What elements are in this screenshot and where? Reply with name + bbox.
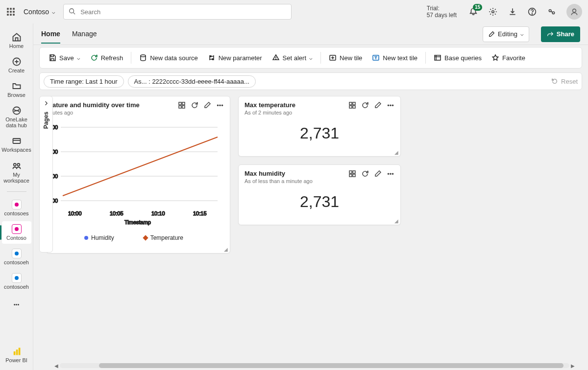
max-humidity-tile[interactable]: Max humidity As of less than a minute ag… bbox=[238, 164, 401, 225]
onelake-icon bbox=[12, 106, 22, 116]
refresh-button[interactable]: Refresh bbox=[86, 51, 127, 65]
tab-home[interactable]: Home bbox=[41, 25, 60, 44]
scroll-track[interactable] bbox=[60, 363, 569, 368]
folder-icon bbox=[12, 81, 22, 91]
scroll-left-icon[interactable]: ◀ bbox=[53, 363, 60, 369]
max-temperature-tile[interactable]: Max temperature As of 2 minutes ago ••• … bbox=[238, 96, 401, 157]
svg-text:10:10: 10:10 bbox=[151, 210, 165, 216]
refresh-tile-icon[interactable] bbox=[191, 101, 198, 109]
svg-point-19 bbox=[275, 59, 276, 60]
search-input[interactable] bbox=[79, 8, 286, 16]
stat-value: 2,731 bbox=[239, 186, 400, 223]
nav-more[interactable]: ••• bbox=[2, 297, 31, 312]
workspace-icon bbox=[12, 200, 22, 209]
command-toolbar: Save ⌵ Refresh New data source New param… bbox=[39, 47, 582, 69]
new-text-tile-button[interactable]: New text tile bbox=[368, 51, 421, 65]
feedback-icon[interactable] bbox=[547, 7, 557, 17]
svg-point-18 bbox=[212, 59, 213, 60]
resize-handle-icon[interactable]: ◢ bbox=[394, 218, 398, 224]
tile-actions: ••• bbox=[348, 101, 394, 109]
top-icons: 15 bbox=[468, 4, 582, 20]
workspace-switcher[interactable]: Contoso ⌵ bbox=[24, 8, 55, 16]
explore-icon[interactable] bbox=[348, 101, 356, 109]
nav-onelake[interactable]: OneLake data hub bbox=[2, 103, 31, 131]
brand-label: Contoso bbox=[24, 8, 49, 16]
svg-rect-23 bbox=[179, 102, 181, 105]
plus-circle-icon bbox=[12, 57, 22, 67]
share-button[interactable]: Share bbox=[541, 26, 580, 42]
set-alert-button[interactable]: Set alert ⌵ bbox=[268, 51, 317, 65]
chevron-right-icon bbox=[43, 100, 49, 108]
svg-point-5 bbox=[549, 10, 551, 12]
workspace-icon bbox=[12, 273, 22, 283]
search-box[interactable] bbox=[63, 4, 292, 20]
chart-tile[interactable]: ature and humidity over time utes ago ••… bbox=[46, 96, 230, 254]
resize-handle-icon[interactable]: ◢ bbox=[224, 247, 228, 252]
more-icon[interactable]: ••• bbox=[216, 101, 224, 109]
more-icon: ••• bbox=[12, 300, 22, 309]
app-launcher-icon[interactable] bbox=[6, 7, 16, 17]
favorite-button[interactable]: Favorite bbox=[488, 51, 529, 65]
save-button[interactable]: Save ⌵ bbox=[45, 51, 84, 65]
edit-tile-icon[interactable] bbox=[374, 170, 382, 178]
nav-my-workspace[interactable]: My workspace bbox=[2, 158, 31, 186]
editing-mode-button[interactable]: Editing ⌵ bbox=[483, 26, 529, 42]
new-data-source-button[interactable]: New data source bbox=[135, 51, 202, 65]
refresh-tile-icon[interactable] bbox=[361, 101, 369, 109]
horizontal-scrollbar[interactable]: ◀ ▶ bbox=[53, 362, 576, 369]
nav-create[interactable]: Create bbox=[2, 54, 31, 76]
asset-filter[interactable]: As... : 2222cccc-33dd-eeee-ff44-aaaaa... bbox=[128, 75, 256, 88]
svg-rect-42 bbox=[353, 102, 355, 105]
nav-browse[interactable]: Browse bbox=[2, 78, 31, 101]
reset-button[interactable]: Reset bbox=[551, 78, 578, 85]
download-icon[interactable] bbox=[508, 7, 517, 17]
svg-point-0 bbox=[70, 8, 74, 13]
svg-point-2 bbox=[492, 11, 494, 13]
page-tabs: Home Manage Editing ⌵ Share bbox=[33, 23, 588, 45]
tile-title: Max temperature bbox=[245, 101, 295, 109]
scroll-right-icon[interactable]: ▶ bbox=[569, 363, 576, 369]
new-parameter-button[interactable]: New parameter bbox=[204, 51, 266, 65]
explore-icon[interactable] bbox=[348, 170, 356, 178]
svg-text:Timestamp: Timestamp bbox=[124, 219, 151, 225]
more-icon[interactable]: ••• bbox=[387, 170, 394, 178]
pages-panel-handle[interactable]: Pages bbox=[39, 96, 53, 253]
svg-rect-41 bbox=[349, 102, 352, 105]
top-bar: Contoso ⌵ Trial: 57 days left 15 bbox=[0, 0, 588, 23]
nav-contosoes[interactable]: contosoes bbox=[2, 197, 31, 219]
nav-workspaces[interactable]: Workspaces bbox=[2, 133, 31, 156]
edit-tile-icon[interactable] bbox=[203, 101, 211, 109]
chevron-down-icon: ⌵ bbox=[77, 55, 80, 61]
resize-handle-icon[interactable]: ◢ bbox=[394, 150, 398, 155]
user-avatar[interactable] bbox=[566, 4, 582, 20]
scroll-thumb[interactable] bbox=[99, 363, 564, 368]
nav-contoso[interactable]: Contoso bbox=[2, 221, 31, 244]
edit-tile-icon[interactable] bbox=[374, 101, 382, 109]
search-icon bbox=[69, 8, 75, 16]
filter-bar: Time range: Last 1 hour As... : 2222cccc… bbox=[39, 72, 582, 90]
tab-manage[interactable]: Manage bbox=[72, 25, 97, 44]
nav-contosoeh-2[interactable]: contosoeh bbox=[2, 270, 31, 293]
nav-contosoeh-1[interactable]: contosoeh bbox=[2, 246, 31, 268]
svg-point-6 bbox=[552, 12, 555, 14]
chevron-down-icon: ⌵ bbox=[52, 9, 55, 15]
notifications-icon[interactable]: 15 bbox=[468, 7, 478, 17]
base-queries-button[interactable]: Base queries bbox=[430, 51, 486, 65]
refresh-tile-icon[interactable] bbox=[361, 170, 369, 178]
nav-home[interactable]: Home bbox=[2, 29, 31, 52]
separator bbox=[131, 52, 131, 64]
svg-rect-47 bbox=[349, 174, 352, 177]
nav-powerbi[interactable]: Power BI bbox=[2, 344, 31, 366]
svg-line-1 bbox=[74, 12, 75, 14]
legend-humidity[interactable]: Humidity bbox=[84, 234, 114, 241]
time-range-filter[interactable]: Time range: Last 1 hour bbox=[44, 75, 124, 88]
chart-legend: Humidity Temperature bbox=[46, 234, 224, 241]
explore-icon[interactable] bbox=[178, 101, 186, 109]
more-icon[interactable]: ••• bbox=[387, 101, 394, 109]
svg-rect-25 bbox=[179, 106, 181, 108]
legend-temperature[interactable]: Temperature bbox=[144, 234, 183, 241]
new-tile-button[interactable]: New tile bbox=[325, 51, 366, 65]
settings-icon[interactable] bbox=[488, 7, 498, 17]
chevron-down-icon: ⌵ bbox=[520, 31, 524, 37]
help-icon[interactable] bbox=[527, 7, 537, 17]
